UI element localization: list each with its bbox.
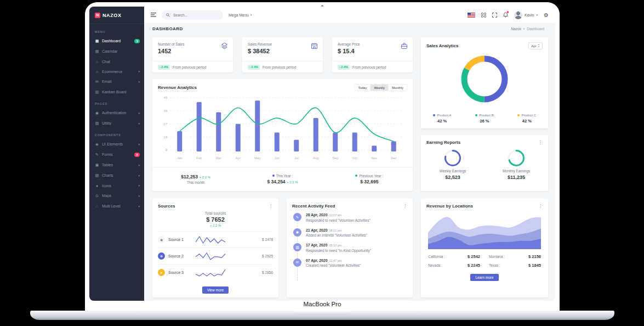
topbar: Mega Menu ▾ Kevin — [144, 7, 555, 23]
learn-more-button[interactable]: Learn more — [470, 274, 498, 281]
kanban-icon: ▥ — [95, 90, 99, 94]
prev-year-label: Previous Year : — [359, 174, 383, 178]
multi-level-icon: ∴ — [95, 204, 99, 209]
sources-total: Total sources $ 7652 + 2.2 % — [152, 209, 278, 231]
legend-item-product-b: Product B26 % — [463, 114, 505, 123]
legend-percent: 26 % — [463, 119, 505, 123]
sidebar-item-utility[interactable]: ▧Utility▾ — [89, 118, 144, 128]
month-value: $12,253 — [181, 174, 198, 179]
tables-icon: ▣ — [95, 163, 99, 167]
search-input[interactable] — [172, 13, 219, 18]
delta-badge: - 2.4% — [248, 65, 260, 70]
settings-gear-icon[interactable]: ⚙ — [544, 12, 549, 18]
breadcrumb-root[interactable]: Nazox — [511, 27, 521, 31]
legend-name: Product C — [521, 114, 536, 117]
sidebar-item-multi-level[interactable]: ∴Multi Level▾ — [89, 201, 144, 211]
source-row-source-3[interactable]: ➤Source 3$ 2856 — [158, 264, 273, 280]
edit-icon: ✎ — [293, 213, 301, 221]
sources-panel: Sources ⋮ Total sources $ 7652 + 2.2 % ◉… — [152, 199, 278, 297]
sidebar-item-maps[interactable]: ⊙Maps▾ — [89, 190, 144, 201]
activity-date: 17 Apr, 202005:10 pm — [306, 243, 371, 247]
sidebar-item-charts[interactable]: ▨Charts▾ — [89, 170, 144, 181]
earning-value: $11,235 — [508, 175, 525, 180]
notifications-bell-icon[interactable] — [503, 12, 508, 18]
fullscreen-icon[interactable] — [492, 13, 497, 18]
this-year-label: This Year : — [276, 174, 293, 178]
chevron-down-icon: ▾ — [138, 111, 140, 115]
svg-text:Feb: Feb — [196, 156, 202, 160]
svg-text:May: May — [254, 156, 260, 160]
activity-time: 05:10 pm — [329, 244, 341, 247]
language-flag-icon[interactable] — [468, 13, 475, 18]
radial-progress — [507, 149, 526, 167]
dashboard-icon: ▦ — [95, 39, 99, 43]
legend-label: Product B — [463, 114, 505, 117]
svg-text:9: 9 — [166, 148, 168, 151]
legend-name: Product A — [437, 114, 451, 117]
sales-analytics-donut — [455, 50, 514, 108]
legend-percent: 42 % — [506, 119, 548, 123]
activity-list: ✎28 Apr, 202012:07 amResponded to need "… — [287, 209, 413, 267]
source-row-source-1[interactable]: ◉Source 1$ 2478 — [158, 231, 273, 248]
more-menu-icon[interactable]: ⋮ — [269, 204, 273, 209]
sidebar-item-forms[interactable]: ✎Forms8 — [89, 149, 144, 160]
chevron-down-icon: ▾ — [138, 184, 140, 187]
sidebar-item-email[interactable]: ✉Email▾ — [89, 76, 144, 87]
range-button-weekly[interactable]: Weekly — [370, 85, 388, 91]
sidebar-item-ecommerce[interactable]: ⌂Ecommerce▾ — [89, 66, 144, 76]
user-menu[interactable]: Kevin ▾ — [514, 11, 538, 19]
legend-dot — [517, 114, 520, 116]
more-menu-icon[interactable]: ⋮ — [538, 204, 543, 209]
svg-text:Aug: Aug — [313, 156, 319, 160]
sidebar: N NAZOX MENU▦Dashboard3▤Calendar○Chat⌂Ec… — [89, 7, 144, 301]
avatar — [514, 11, 522, 19]
forms-icon: ✎ — [95, 153, 99, 157]
source-sparkline — [195, 268, 226, 277]
search-box — [162, 10, 223, 20]
activity-text: Added an interest "Volunteer Activities" — [306, 233, 367, 237]
sources-list: ◉Source 1$ 2478✻Source 2$ 2625➤Source 3$… — [152, 231, 278, 280]
apps-grid-icon[interactable] — [481, 13, 486, 18]
activity-body: 21 Apr, 202008:01 pmAdded an interest "V… — [306, 228, 367, 238]
location-value: $ 2156 — [528, 254, 541, 259]
sidebar-item-dashboard[interactable]: ▦Dashboard3 — [89, 36, 144, 46]
activity-item: ✉07 Apr, 202012:47 pmCreated need "Volun… — [293, 258, 407, 268]
sidebar-item-kanban-board[interactable]: ▥Kanban Board — [89, 87, 144, 97]
sidebar-item-tables[interactable]: ▣Tables▾ — [89, 160, 144, 170]
svg-text:18: 18 — [163, 136, 167, 139]
series-dot — [355, 175, 357, 177]
source-row-source-2[interactable]: ✻Source 2$ 2625 — [158, 248, 273, 264]
source-icon: ◉ — [158, 236, 165, 243]
activity-body: 17 Apr, 202005:10 pmResponded to need "I… — [306, 243, 371, 252]
sidebar-item-ui-elements[interactable]: ◈UI Elements▾ — [89, 139, 144, 149]
location-label: Nevada : — [428, 263, 442, 267]
mega-menu-label: Mega Menu — [229, 13, 249, 17]
panel-title: Revenue by Locations — [426, 204, 473, 209]
svg-text:36: 36 — [163, 109, 167, 113]
chevron-down-icon: ▾ — [138, 194, 140, 198]
page-content: DASHBOARD Nazox › Dashboard Number of Sa… — [144, 23, 555, 301]
sidebar-item-calendar[interactable]: ▤Calendar — [89, 46, 144, 57]
activity-body: 28 Apr, 202012:07 amResponded to need "V… — [306, 213, 371, 222]
range-button-today[interactable]: Today — [355, 85, 370, 91]
location-label: Montana : — [489, 255, 505, 258]
more-menu-icon[interactable]: ⋮ — [538, 140, 543, 145]
menu-toggle-icon[interactable] — [151, 13, 156, 17]
view-more-button[interactable]: View more — [202, 286, 229, 294]
sidebar-item-chat[interactable]: ○Chat — [89, 57, 144, 66]
sidebar-item-authentication[interactable]: ◉Authentication▾ — [89, 108, 144, 118]
inbox-icon: ✉ — [293, 258, 301, 267]
month-select[interactable]: Apr ▲▼ — [528, 42, 543, 49]
activity-feed-panel: Recent Activity Feed ⋮ ✎28 Apr, 202012:0… — [287, 199, 413, 297]
activity-body: 07 Apr, 202012:47 pmCreated need "Volunt… — [306, 258, 361, 268]
chevron-down-icon: ▾ — [537, 13, 538, 16]
sidebar-item-icons[interactable]: ♦Icons▾ — [89, 181, 144, 190]
range-button-monthly[interactable]: Monthly — [388, 85, 407, 91]
mega-menu-button[interactable]: Mega Menu ▾ — [229, 13, 252, 17]
chevron-down-icon: ▾ — [138, 205, 140, 208]
more-menu-icon[interactable]: ⋮ — [403, 204, 407, 209]
sidebar-section-title: MENU — [89, 25, 144, 36]
chevron-down-icon: ▾ — [138, 174, 140, 177]
brand-logo[interactable]: N NAZOX — [89, 7, 144, 24]
sidebar-item-label: Kanban Board — [102, 90, 140, 94]
